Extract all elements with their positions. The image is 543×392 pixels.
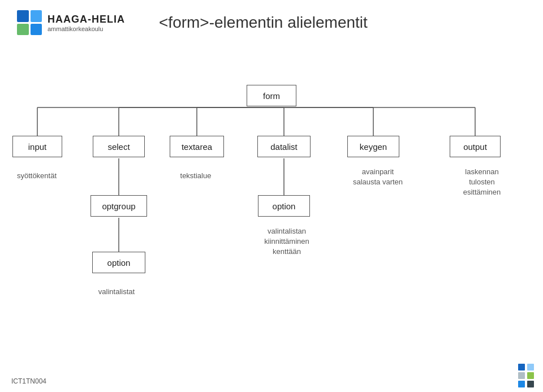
corner-sq1 bbox=[518, 364, 525, 371]
logo-sq3 bbox=[17, 24, 29, 36]
logo-sq2 bbox=[31, 10, 42, 22]
node-form: form bbox=[247, 85, 296, 106]
header: HAAGA-HELIA ammattikorkeakoulu <form>-el… bbox=[0, 0, 543, 45]
corner-sq3 bbox=[518, 372, 525, 379]
label-tekstialue: tekstialue bbox=[167, 167, 224, 184]
node-textarea: textarea bbox=[170, 136, 224, 157]
corner-decoration bbox=[518, 364, 534, 387]
label-datalist-desc: valintalistankiinnittäminenkenttään bbox=[251, 226, 322, 266]
node-option-optgroup: option bbox=[92, 252, 145, 273]
label-valintalistat: valintalistat bbox=[83, 283, 150, 300]
label-input: syöttökentät bbox=[0, 167, 74, 184]
corner-sq2 bbox=[527, 364, 534, 371]
corner-sq4 bbox=[527, 372, 534, 379]
logo-sub: ammattikorkeakoulu bbox=[48, 25, 125, 32]
logo-text: HAAGA-HELIA ammattikorkeakoulu bbox=[48, 14, 125, 32]
corner-sq6 bbox=[527, 381, 534, 387]
label-output-desc: laskennantulostenesittäminen bbox=[448, 167, 516, 201]
corner-sq5 bbox=[518, 381, 525, 387]
course-code: ICT1TN004 bbox=[11, 377, 46, 385]
logo-sq1 bbox=[17, 10, 29, 22]
logo-name: HAAGA-HELIA bbox=[48, 14, 125, 25]
logo-sq4 bbox=[31, 24, 42, 36]
logo-area: HAAGA-HELIA ammattikorkeakoulu bbox=[17, 10, 125, 35]
page-title: <form>-elementin alielementit bbox=[159, 14, 368, 32]
footer: ICT1TN004 bbox=[11, 377, 46, 385]
label-keygen-desc: avainparitsalausta varten bbox=[344, 167, 412, 195]
node-select: select bbox=[93, 136, 145, 157]
node-optgroup: optgroup bbox=[90, 195, 147, 217]
diagram: form input select textarea datalist keyg… bbox=[0, 45, 543, 362]
logo-icon bbox=[17, 10, 42, 35]
node-keygen: keygen bbox=[347, 136, 399, 157]
node-input: input bbox=[12, 136, 62, 157]
node-datalist: datalist bbox=[257, 136, 311, 157]
node-option-datalist: option bbox=[258, 195, 310, 217]
node-output: output bbox=[450, 136, 501, 157]
